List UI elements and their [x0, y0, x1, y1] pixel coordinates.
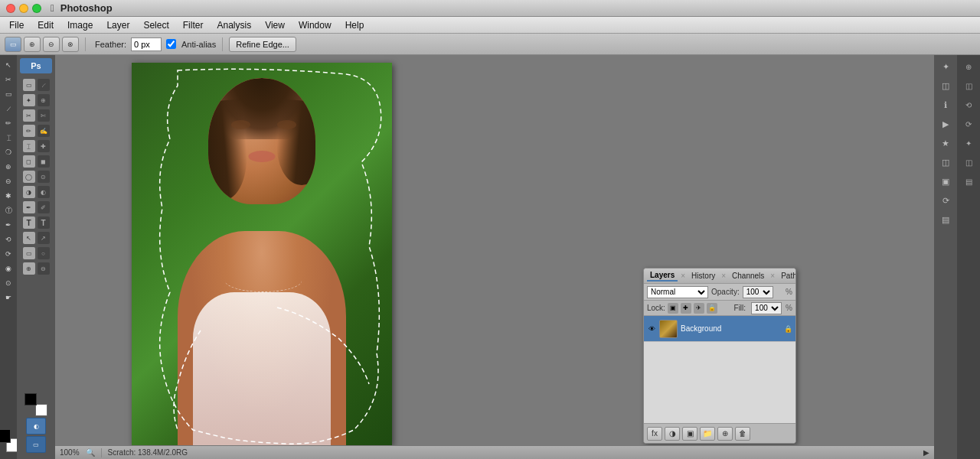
lock-position-btn[interactable]: ✈ — [694, 303, 704, 314]
add-mask-button[interactable]: ◑ — [665, 427, 680, 441]
tool-type[interactable]: Ⓣ — [2, 203, 15, 217]
lock-all-btn[interactable]: 🔒 — [707, 303, 717, 314]
tool-notes[interactable]: ⟳ — [2, 247, 15, 261]
frp-tool-6[interactable]: ◫ — [960, 154, 977, 171]
maximize-button[interactable] — [32, 4, 41, 13]
tool-gradient[interactable]: ⊕ — [2, 160, 15, 174]
tool-magic-wand[interactable]: ✦ ⊕ — [20, 93, 52, 107]
options-toolbar: ▭ ⊕ ⊖ ⊗ Feather: Anti-alias Refine Edge.… — [0, 34, 980, 55]
menu-layer[interactable]: Layer — [100, 18, 136, 32]
frp-tool-1[interactable]: ⊕ — [960, 58, 977, 75]
photo-content: .marching-ants { fill: none; stroke: whi… — [132, 63, 392, 445]
rp-tool-1[interactable]: ✦ — [937, 58, 954, 75]
lock-move-btn[interactable]: ✚ — [681, 303, 691, 314]
menu-window[interactable]: Window — [292, 18, 338, 32]
screen-mode-button[interactable]: ▭ — [26, 436, 46, 453]
delete-layer-button[interactable]: 🗑 — [735, 427, 750, 441]
quick-mask-button[interactable]: ◐ — [26, 418, 46, 435]
blend-mode-select[interactable]: Normal — [647, 286, 708, 298]
tool-pen2[interactable]: ✒ ✐ — [20, 200, 52, 214]
tool-zoom2[interactable]: ⊕ ⊖ — [20, 262, 52, 275]
refine-edge-button[interactable]: Refine Edge... — [229, 37, 296, 52]
tool-path-select[interactable]: ↖ ↗ — [20, 231, 52, 245]
rp-tool-8[interactable]: ⟳ — [937, 192, 954, 209]
intersect-selection-btn[interactable]: ⊗ — [62, 37, 79, 52]
image-canvas[interactable]: .marching-ants { fill: none; stroke: whi… — [132, 63, 392, 445]
menu-file[interactable]: File — [3, 18, 30, 32]
add-selection-btn[interactable]: ⊕ — [24, 37, 41, 52]
color-swatch-area[interactable] — [24, 393, 47, 416]
layer-visibility-eye[interactable]: 👁 — [647, 324, 656, 334]
new-group-button[interactable]: 📁 — [700, 427, 715, 441]
tool-blur2[interactable]: ◯ ⊙ — [20, 170, 52, 184]
layer-item-background[interactable]: 👁 Background 🔒 — [644, 316, 795, 342]
tool-rect-marquee[interactable]: ▭ ⟋ — [20, 78, 52, 92]
apple-logo:  — [51, 2, 54, 14]
layers-tab[interactable]: Layers — [647, 270, 678, 282]
tool-crop2[interactable]: ✂ ✄ — [20, 109, 52, 122]
tool-eraser2[interactable]: ◻ ◼ — [20, 155, 52, 168]
zoom-control[interactable]: 🔍 — [86, 448, 95, 457]
frp-tool-2[interactable]: ◫ — [960, 77, 977, 94]
menu-image[interactable]: Image — [61, 18, 99, 32]
tool-brush2[interactable]: ✏ ✍ — [20, 124, 52, 138]
tool-blur[interactable]: ⊖ — [2, 174, 15, 188]
subtract-selection-btn[interactable]: ⊖ — [43, 37, 60, 52]
history-tab[interactable]: History — [688, 271, 718, 281]
tool-eyedropper[interactable]: ◉ — [2, 262, 15, 275]
tool-eraser[interactable]: ❍ — [2, 145, 15, 159]
menu-edit[interactable]: Edit — [31, 18, 60, 32]
tool-lasso[interactable]: ⟋ — [2, 102, 15, 116]
background-color-swatch[interactable] — [35, 404, 47, 416]
tool-dodge[interactable]: ✱ — [2, 189, 15, 203]
rp-tool-6[interactable]: ◫ — [937, 154, 954, 171]
frp-tool-5[interactable]: ✦ — [960, 135, 977, 151]
tool-hand[interactable]: ☛ — [2, 291, 15, 304]
tool-dodge2[interactable]: ◑ ◐ — [20, 185, 52, 199]
burn-icon: ◐ — [38, 186, 50, 198]
tool-shape2[interactable]: ▭ ○ — [20, 246, 52, 260]
rp-tool-3[interactable]: ℹ — [937, 96, 954, 113]
minimize-button[interactable] — [19, 4, 28, 13]
layer-lock-icon: 🔒 — [784, 325, 792, 333]
rp-tool-9[interactable]: ▤ — [937, 211, 954, 228]
menu-view[interactable]: View — [259, 18, 291, 32]
menu-select[interactable]: Select — [137, 18, 175, 32]
tool-clone2[interactable]: ⌶ ✚ — [20, 139, 52, 153]
tool-pen[interactable]: ✒ — [2, 218, 15, 232]
feather-input[interactable] — [131, 37, 162, 51]
tool-type2[interactable]: T T — [20, 216, 52, 230]
tool-zoom[interactable]: ⊙ — [2, 276, 15, 290]
rp-tool-4[interactable]: ▶ — [937, 116, 954, 132]
menu-analysis[interactable]: Analysis — [211, 18, 257, 32]
frp-tool-7[interactable]: ▤ — [960, 173, 977, 190]
frp-tool-3[interactable]: ⟲ — [960, 96, 977, 113]
tool-arrow[interactable]: ↖ — [2, 58, 15, 72]
menu-filter[interactable]: Filter — [177, 18, 210, 32]
tool-brush[interactable]: ✏ — [2, 116, 15, 130]
channels-tab[interactable]: Channels — [729, 271, 767, 281]
frp-tool-4[interactable]: ⟳ — [960, 116, 977, 132]
tool-clone[interactable]: ⌶ — [2, 131, 15, 145]
tool-shape[interactable]: ⟲ — [2, 233, 15, 246]
fill-select[interactable]: 100 — [751, 302, 782, 314]
rp-tool-2[interactable]: ◫ — [937, 77, 954, 94]
rp-tool-5[interactable]: ★ — [937, 135, 954, 151]
foreground-swatch[interactable] — [0, 429, 11, 443]
lock-pixels-btn[interactable]: ▣ — [668, 303, 678, 314]
rp-tool-7[interactable]: ▣ — [937, 173, 954, 190]
close-button[interactable] — [6, 4, 15, 13]
fg-bg-swatches[interactable] — [0, 429, 17, 452]
new-layer-button[interactable]: ⊕ — [717, 427, 733, 441]
opacity-select[interactable]: 100 — [743, 286, 773, 298]
layer-style-button[interactable]: fx — [647, 427, 662, 441]
canvas-scroll-right[interactable]: ▶ — [923, 448, 929, 457]
paths-tab[interactable]: Paths — [778, 271, 796, 281]
foreground-color-swatch[interactable] — [24, 393, 37, 405]
tool-marquee[interactable]: ▭ — [2, 87, 15, 101]
anti-alias-checkbox[interactable] — [166, 39, 176, 49]
new-selection-btn[interactable]: ▭ — [5, 37, 21, 52]
tool-crop[interactable]: ✂ — [2, 73, 15, 86]
menu-help[interactable]: Help — [339, 18, 371, 32]
adjustment-layer-button[interactable]: ▣ — [682, 427, 697, 441]
